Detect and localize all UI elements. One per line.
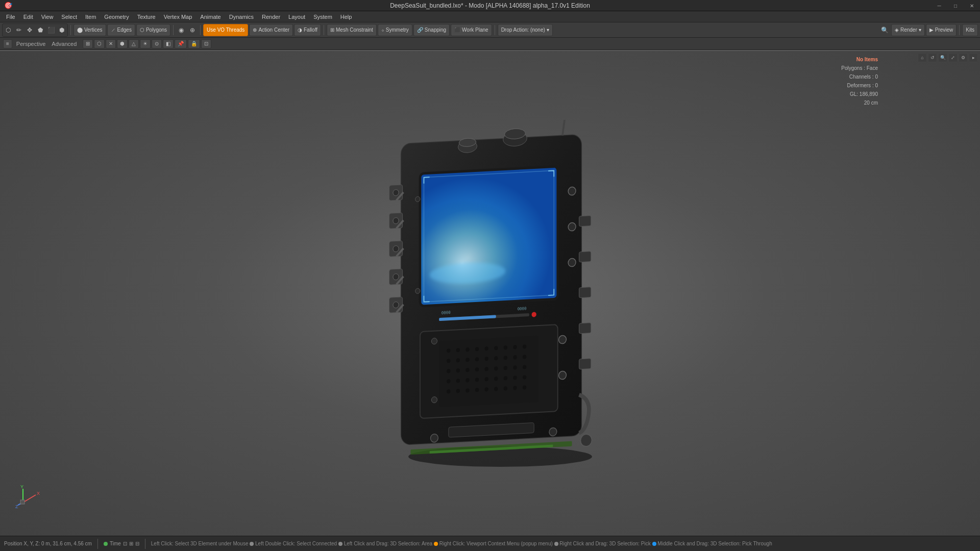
sep2 bbox=[173, 25, 174, 35]
menu-help[interactable]: Help bbox=[336, 11, 356, 22]
menu-edit[interactable]: Edit bbox=[19, 11, 37, 22]
sep1 bbox=[70, 25, 71, 35]
edges-icon: ⟋ bbox=[111, 27, 116, 33]
channels-info: Channels : 0 bbox=[841, 72, 878, 81]
sep6 bbox=[959, 25, 960, 35]
action-center-label: Action Center bbox=[258, 27, 289, 33]
gl-info: GL: 186,890 bbox=[841, 90, 878, 98]
symmetry-button[interactable]: ⬦ Symmetry bbox=[378, 24, 412, 36]
dot4 bbox=[554, 542, 558, 546]
time-section: Time ⊡ ⊞ ⊟ bbox=[104, 541, 139, 546]
menu-item[interactable]: Item bbox=[81, 11, 100, 22]
preview-button[interactable]: ▶ Preview bbox=[926, 24, 957, 36]
vertices-button[interactable]: ⬤ Vertices bbox=[74, 24, 106, 36]
menu-file[interactable]: File bbox=[2, 11, 19, 22]
symmetry-label: Symmetry bbox=[386, 27, 409, 33]
menu-vertex-map[interactable]: Vertex Map bbox=[160, 11, 197, 22]
close-button[interactable]: ✕ bbox=[964, 0, 980, 11]
deformers-info: Deformers : 0 bbox=[841, 81, 878, 90]
edges-button[interactable]: ⟋ Edges bbox=[107, 24, 135, 36]
menu-texture[interactable]: Texture bbox=[133, 11, 160, 22]
maximize-button[interactable]: □ bbox=[947, 0, 964, 11]
use-vo-threads-button[interactable]: Use VO Threads bbox=[203, 24, 248, 36]
light-icon[interactable]: ☀ bbox=[140, 39, 151, 48]
vp-home-button[interactable]: ⌂ bbox=[918, 53, 927, 62]
main-toolbar: ⬡ ✏ ✥ ⬟ ⬛ ⬢ ⬤ Vertices ⟋ Edges ⬡ Polygon… bbox=[0, 22, 980, 38]
svg-point-36 bbox=[415, 196, 420, 202]
preview-label: Preview bbox=[935, 27, 953, 33]
select-tool-icon[interactable]: ⬡ bbox=[3, 24, 13, 36]
menu-system[interactable]: System bbox=[309, 11, 336, 22]
viewport-controls: ⌂ ↺ 🔍 ⤢ ⚙ ▸ bbox=[918, 53, 978, 62]
layer-icon[interactable]: ⊕ bbox=[187, 24, 198, 36]
vp-settings-button[interactable]: ⚙ bbox=[959, 53, 968, 62]
svg-line-22 bbox=[562, 120, 567, 136]
polygons-button[interactable]: ⬡ Polygons bbox=[136, 24, 170, 36]
menu-layout[interactable]: Layout bbox=[284, 11, 309, 22]
solid-icon[interactable]: ✕ bbox=[106, 39, 116, 48]
cam-icon[interactable]: ⊙ bbox=[152, 39, 162, 48]
mode-tool-icon[interactable]: ⬢ bbox=[57, 24, 67, 36]
paint-tool-icon[interactable]: ✏ bbox=[14, 24, 24, 36]
move-tool-icon[interactable]: ✥ bbox=[24, 24, 35, 36]
svg-point-15 bbox=[393, 245, 399, 252]
search-icon[interactable]: 🔍 bbox=[880, 24, 890, 36]
menu-geometry[interactable]: Geometry bbox=[100, 11, 133, 22]
paint2-tool-icon[interactable]: ⬛ bbox=[46, 24, 56, 36]
svg-point-35 bbox=[568, 258, 576, 267]
time-icon2: ⊞ bbox=[129, 541, 133, 546]
svg-rect-93 bbox=[579, 252, 591, 262]
drop-action-button[interactable]: Drop Action: (none) ▾ bbox=[498, 24, 553, 36]
symmetry-icon: ⬦ bbox=[381, 27, 384, 33]
shade-icon[interactable]: ⬢ bbox=[117, 39, 128, 48]
snapping-icon: 🔗 bbox=[417, 27, 423, 33]
info-panel: No Items Polygons : Face Channels : 0 De… bbox=[841, 55, 878, 107]
action-center-button[interactable]: ⊕ Action Center bbox=[249, 24, 293, 36]
svg-text:0000: 0000 bbox=[518, 306, 527, 311]
menu-animate[interactable]: Animate bbox=[196, 11, 225, 22]
vp-more-button[interactable]: ▸ bbox=[969, 53, 978, 62]
sel-icon[interactable]: ◧ bbox=[163, 39, 174, 48]
svg-point-99 bbox=[580, 434, 592, 446]
minimize-button[interactable]: ─ bbox=[931, 0, 947, 11]
pin-icon[interactable]: 📌 bbox=[175, 39, 187, 48]
svg-point-16 bbox=[393, 273, 399, 280]
kits-button[interactable]: Kits bbox=[962, 24, 978, 36]
no-items-label: No Items bbox=[841, 55, 878, 64]
vp-zoom-button[interactable]: 🔍 bbox=[938, 53, 947, 62]
window-controls[interactable]: ─ □ ✕ bbox=[931, 0, 980, 11]
lock-icon[interactable]: 🔒 bbox=[188, 39, 200, 48]
vp-fit-button[interactable]: ↺ bbox=[928, 53, 937, 62]
sep3 bbox=[200, 25, 201, 35]
snapping-button[interactable]: 🔗 Snapping bbox=[413, 24, 450, 36]
menu-select[interactable]: Select bbox=[57, 11, 81, 22]
status-sep1 bbox=[97, 539, 98, 549]
wireframe-icon[interactable]: ⬡ bbox=[94, 39, 105, 48]
svg-text:0000: 0000 bbox=[442, 310, 451, 315]
mesh-constraint-button[interactable]: ⊞ Mesh Constraint bbox=[327, 24, 377, 36]
menu-view[interactable]: View bbox=[37, 11, 58, 22]
mesh-constraint-label: Mesh Constraint bbox=[336, 27, 373, 33]
overlay-icon[interactable]: ⊡ bbox=[201, 39, 211, 48]
falloff-button[interactable]: ◑ Falloff bbox=[294, 24, 321, 36]
shape-tool-icon[interactable]: ⬟ bbox=[35, 24, 45, 36]
drop-action-chevron: ▾ bbox=[547, 27, 549, 33]
texture-icon[interactable]: △ bbox=[129, 39, 139, 48]
time-dot bbox=[104, 542, 108, 546]
material-icon[interactable]: ◉ bbox=[176, 24, 186, 36]
grid-icon[interactable]: ⊞ bbox=[83, 39, 93, 48]
svg-point-37 bbox=[415, 288, 420, 293]
main-viewport[interactable]: ⌂ ↺ 🔍 ⤢ ⚙ ▸ bbox=[0, 51, 980, 536]
vp-expand-button[interactable]: ⤢ bbox=[948, 53, 958, 62]
kits-label: Kits bbox=[966, 27, 974, 33]
time-label: Time bbox=[110, 541, 121, 546]
menu-render[interactable]: Render bbox=[258, 11, 284, 22]
svg-point-86 bbox=[431, 396, 437, 403]
work-plane-button[interactable]: ⬛ Work Plane bbox=[451, 24, 492, 36]
time-icon3: ⊟ bbox=[135, 541, 139, 546]
render-button[interactable]: ◈ Render ▾ bbox=[891, 24, 925, 36]
menu-dynamics[interactable]: Dynamics bbox=[225, 11, 258, 22]
svg-rect-92 bbox=[579, 216, 591, 227]
viewport-menu-button[interactable]: ≡ bbox=[3, 39, 12, 48]
svg-point-91 bbox=[549, 428, 557, 436]
